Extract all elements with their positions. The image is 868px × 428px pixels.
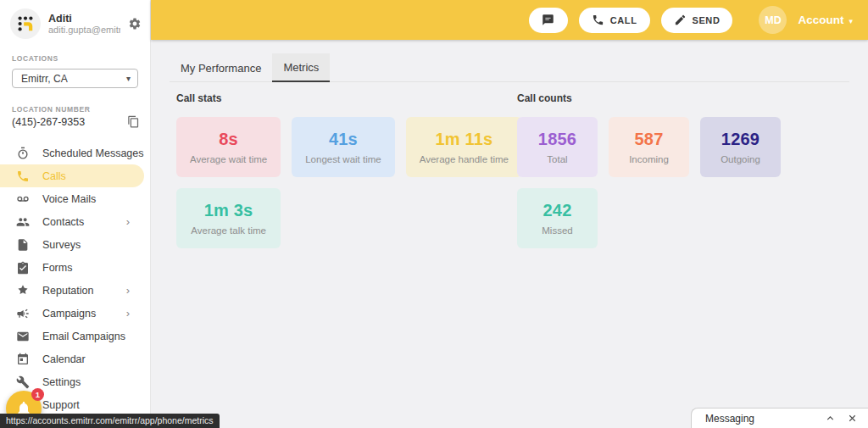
messages-button[interactable] [529,8,568,33]
forms-icon [16,261,30,275]
sidebar-item-label: Calls [42,170,66,182]
metric-value: 242 [543,201,572,220]
sidebar-item-label: Calendar [42,353,86,365]
metric-card-average-handle-time: 1m 11s Average handle time [406,117,522,177]
sidebar-item-label: Surveys [42,239,81,251]
topbar: CALL SEND MD Account ▾ [151,0,868,40]
calendar-icon [16,353,30,366]
account-avatar[interactable]: MD [759,6,787,34]
metric-value: 8s [219,130,238,149]
user-meta: Aditi aditi.gupta@emitrr.c... [48,13,120,35]
call-button-label: CALL [610,15,637,25]
sidebar-item-label: Reputation [42,285,93,297]
messaging-panel-title: Messaging [705,413,814,425]
envelope-icon [16,330,30,343]
status-url-tooltip: https://accounts.emitrr.com/emitrr/app/p… [0,414,220,428]
megaphone-icon [16,307,30,320]
call-counts-section: Call counts 1856 Total 587 Incoming 1269… [517,92,781,248]
metric-label: Incoming [629,154,669,164]
metric-label: Total [547,154,567,164]
metric-card-total: 1856 Total [517,117,598,177]
sidebar-item-email-campaigns[interactable]: Email Campaigns › [0,325,150,347]
metric-card-longest-wait-time: 41s Longest wait time [292,117,395,177]
call-button[interactable]: CALL [579,8,650,33]
metric-card-missed: 242 Missed [517,188,598,248]
metric-value: 1m 11s [435,130,492,149]
emitrr-logo-icon [10,8,41,39]
user-row: Aditi aditi.gupta@emitrr.c... [0,0,150,39]
voicemail-icon [16,192,30,206]
sidebar-item-contacts[interactable]: Contacts › [0,210,150,233]
metric-value: 1m 3s [204,201,253,220]
send-button[interactable]: SEND [661,8,733,33]
sidebar-item-calendar[interactable]: Calendar › [0,347,150,370]
close-icon[interactable] [847,413,858,424]
metric-value: 587 [635,130,664,149]
metric-label: Missed [542,225,572,236]
account-menu[interactable]: Account ▾ [798,14,853,26]
reputation-icon [16,284,30,297]
metric-value: 1856 [538,130,576,149]
sidebar-item-surveys[interactable]: Surveys › [0,233,150,256]
metric-label: Longest wait time [305,154,381,164]
sidebar-item-label: Email Campaigns [42,331,125,342]
user-name: Aditi [48,13,120,25]
wrench-icon [16,375,30,389]
sidebar-item-campaigns[interactable]: Campaigns › [0,302,150,325]
chevron-right-icon: › [126,307,150,320]
pencil-icon [674,14,687,26]
metric-label: Average talk time [191,225,266,236]
location-number: (415)-267-9353 [12,116,127,128]
metric-label: Outgoing [721,154,760,164]
tab-metrics[interactable]: Metrics [272,53,330,82]
location-select[interactable]: Emitrr, CA ▾ [12,69,138,88]
sidebar-item-scheduled-messages[interactable]: Scheduled Messages › [0,142,150,164]
sidebar-item-label: Campaigns [42,308,96,320]
sidebar-item-forms[interactable]: Forms › [0,256,150,279]
chevron-up-icon[interactable] [825,413,836,424]
sidebar-item-voice-mails[interactable]: Voice Mails › [0,187,150,210]
main-content: My Performance Metrics Call stats 8s Ave… [151,40,868,428]
metric-card-average-wait-time: 8s Average wait time [176,117,281,177]
sidebar: Aditi aditi.gupta@emitrr.c... LOCATIONS … [0,0,151,428]
notification-badge: 1 [31,388,44,401]
app-window: Aditi aditi.gupta@emitrr.c... LOCATIONS … [0,0,868,428]
tab-my-performance[interactable]: My Performance [170,54,272,81]
sidebar-item-label: Contacts [42,216,84,228]
call-counts-cards: 1856 Total 587 Incoming 1269 Outgoing 24… [517,117,781,248]
sidebar-item-label: Scheduled Messages [42,147,144,159]
sidebar-item-calls[interactable]: Calls › [0,164,144,187]
call-stats-cards: 8s Average wait time 41s Longest wait ti… [176,117,522,248]
metric-label: Average wait time [190,154,267,164]
sidebar-item-settings[interactable]: Settings › [0,370,150,393]
sidebar-item-reputation[interactable]: Reputation › [0,279,150,302]
sidebar-item-label: Voice Mails [42,193,96,205]
caret-down-icon: ▾ [849,15,853,25]
messaging-panel[interactable]: Messaging [691,408,868,428]
metric-card-outgoing: 1269 Outgoing [700,117,781,177]
copy-icon[interactable] [127,115,140,128]
call-stats-title: Call stats [176,92,522,104]
chevron-right-icon: › [126,284,150,297]
sidebar-item-label: Support [42,399,80,411]
chevron-right-icon: › [126,215,150,228]
timer-icon [16,147,30,160]
metric-label: Average handle time [420,154,509,164]
metric-value: 1269 [721,130,760,149]
phone-icon [592,14,604,26]
sidebar-item-label: Settings [42,376,81,388]
metric-value: 41s [329,130,358,149]
metric-card-average-talk-time: 1m 3s Average talk time [176,188,281,248]
location-number-row: (415)-267-9353 [0,114,150,128]
survey-icon [16,238,30,252]
call-stats-section: Call stats 8s Average wait time 41s Long… [176,92,522,248]
account-label: Account [798,14,843,26]
contacts-icon [16,215,30,229]
caret-down-icon: ▾ [126,74,131,83]
location-number-label: LOCATION NUMBER [0,105,150,114]
locations-label: LOCATIONS [0,54,150,63]
metric-card-incoming: 587 Incoming [609,117,689,177]
user-email: aditi.gupta@emitrr.c... [48,25,120,35]
chat-icon [542,14,554,26]
gear-icon[interactable] [128,17,142,31]
